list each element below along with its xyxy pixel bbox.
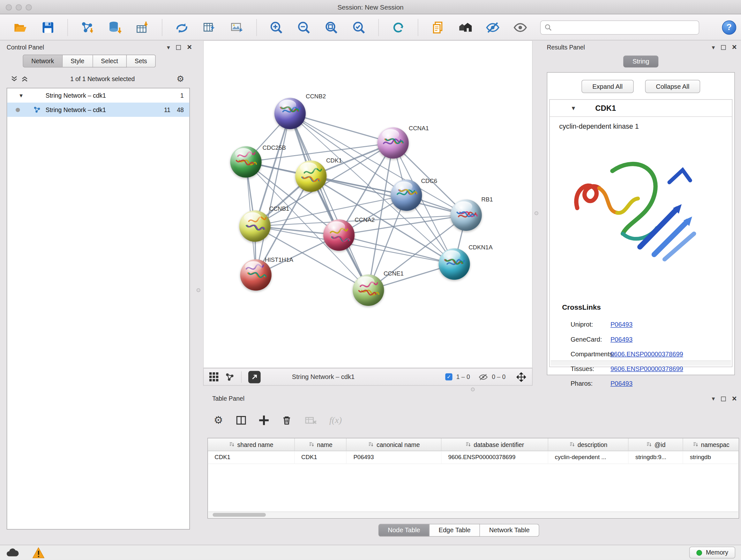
results-horizontal-scrollbar[interactable]	[551, 361, 731, 366]
network-node-CDKN1A[interactable]	[439, 248, 470, 280]
column-header-namespace[interactable]: namespac	[683, 438, 739, 451]
tab-style[interactable]: Style	[63, 55, 93, 67]
results-panel-maximize-icon[interactable]	[721, 45, 726, 50]
network-node-CDC6[interactable]	[391, 179, 422, 211]
tab-network[interactable]: Network	[23, 55, 62, 67]
crosslink-genecard-link[interactable]: P06493	[610, 336, 632, 343]
search-input[interactable]	[540, 20, 699, 35]
memory-button[interactable]: Memory	[689, 547, 735, 558]
export-image-button[interactable]	[229, 19, 245, 36]
export-network-button[interactable]	[174, 19, 190, 36]
cell-database-identifier[interactable]: 9606.ENSP00000378699	[442, 451, 548, 463]
import-network-button[interactable]	[79, 19, 95, 36]
network-node-CCNA1[interactable]	[378, 127, 409, 159]
control-panel-close-icon[interactable]: ×	[187, 43, 192, 51]
scrollbar-thumb[interactable]	[212, 513, 266, 517]
network-edge[interactable]	[290, 114, 393, 143]
add-column-icon[interactable]	[259, 416, 269, 425]
tab-select[interactable]: Select	[93, 55, 127, 67]
disclosure-triangle-icon[interactable]: ▼	[18, 92, 23, 98]
close-window-button[interactable]	[6, 4, 12, 10]
copy-button[interactable]	[429, 19, 446, 36]
refresh-button[interactable]	[390, 19, 407, 36]
table-panel-maximize-icon[interactable]	[721, 396, 726, 401]
network-edge[interactable]	[256, 114, 290, 275]
crosslink-pharos-link[interactable]: P06493	[610, 380, 632, 387]
control-panel-maximize-icon[interactable]	[176, 45, 181, 50]
crosslink-uniprot-link[interactable]: P06493	[610, 321, 632, 328]
column-header-database-identifier[interactable]: database identifier	[442, 438, 548, 451]
cell-shared-name[interactable]: CDK1	[208, 451, 295, 463]
cell-canonical-name[interactable]: P06493	[347, 451, 442, 463]
vertical-splitter-handle[interactable]	[197, 288, 200, 292]
column-header-name[interactable]: name	[294, 438, 347, 451]
pan-move-icon[interactable]	[516, 372, 527, 382]
cell-namespace[interactable]: stringdb	[683, 451, 739, 463]
tab-sets[interactable]: Sets	[127, 55, 156, 67]
network-edge[interactable]	[290, 114, 368, 290]
network-edge[interactable]	[311, 176, 466, 215]
tab-node-table[interactable]: Node Table	[379, 524, 430, 537]
column-header-canonical-name[interactable]: canonical name	[347, 438, 442, 451]
save-session-button[interactable]	[40, 19, 56, 36]
cloud-icon[interactable]	[6, 547, 20, 558]
cdk1-entry-header[interactable]: ▼ CDK1	[550, 100, 732, 117]
cell-name[interactable]: CDK1	[294, 451, 347, 463]
table-panel-float-icon[interactable]: ▾	[712, 395, 715, 401]
network-node-HIST1H1A[interactable]	[240, 259, 272, 291]
open-in-new-window-button[interactable]	[248, 371, 261, 383]
grid-view-icon[interactable]	[209, 372, 218, 381]
minimize-window-button[interactable]	[16, 4, 22, 10]
trash-icon[interactable]	[281, 415, 292, 426]
show-all-button[interactable]	[512, 19, 529, 36]
control-panel-float-icon[interactable]: ▾	[167, 44, 170, 50]
table-row[interactable]: CDK1 CDK1 P06493 9606.ENSP00000378699 cy…	[208, 451, 739, 464]
expand-all-button[interactable]: Expand All	[582, 80, 633, 93]
help-button[interactable]: ?	[722, 20, 736, 35]
warning-icon[interactable]	[32, 547, 45, 558]
network-row[interactable]: String Network – cdk1 11 48	[7, 103, 189, 117]
show-columns-icon[interactable]	[235, 415, 247, 426]
entry-disclosure-icon[interactable]: ▼	[570, 105, 576, 111]
network-node-CCNE1[interactable]	[353, 274, 384, 306]
crosslink-tissues-link[interactable]: 9606.ENSP00000378699	[610, 365, 683, 372]
vertical-splitter-handle[interactable]	[535, 211, 538, 215]
column-header-description[interactable]: description	[548, 438, 629, 451]
network-node-CCNA2[interactable]	[323, 219, 354, 251]
open-session-button[interactable]	[12, 19, 29, 36]
expand-all-icon[interactable]	[21, 75, 28, 83]
network-node-RB1[interactable]	[451, 199, 482, 231]
import-database-button[interactable]	[107, 19, 123, 36]
network-node-CCNB2[interactable]	[274, 98, 306, 129]
zoom-out-button[interactable]	[296, 19, 312, 36]
home-button[interactable]	[457, 19, 473, 36]
network-node-CCNB1[interactable]	[239, 210, 271, 242]
table-settings-gear-icon[interactable]: ⚙	[213, 415, 223, 426]
column-header-shared-name[interactable]: shared name	[208, 438, 295, 451]
results-panel-close-icon[interactable]: ×	[732, 43, 737, 51]
collapse-all-icon[interactable]	[10, 75, 18, 83]
tab-edge-table[interactable]: Edge Table	[429, 524, 480, 537]
table-horizontal-scrollbar[interactable]	[208, 511, 738, 517]
results-tab-string[interactable]: String	[623, 56, 658, 67]
network-collection-row[interactable]: ▼ String Network – cdk1 1	[7, 88, 189, 103]
table-panel-close-icon[interactable]: ×	[732, 395, 737, 402]
network-node-CDC25B[interactable]	[230, 146, 261, 178]
zoom-selected-button[interactable]	[351, 19, 367, 36]
network-node-CDK1[interactable]	[295, 161, 327, 192]
cell-id[interactable]: stringdb:9...	[629, 451, 683, 463]
results-panel-float-icon[interactable]: ▾	[712, 44, 715, 50]
import-table-button[interactable]	[134, 19, 151, 36]
maximize-window-button[interactable]	[25, 4, 31, 10]
zoom-in-button[interactable]	[268, 19, 284, 36]
zoom-fit-button[interactable]	[323, 19, 340, 36]
gear-icon[interactable]: ⚙	[177, 75, 184, 83]
export-table-button[interactable]	[201, 19, 218, 36]
tab-network-table[interactable]: Network Table	[480, 524, 539, 537]
selected-checkbox-icon[interactable]: ✓	[446, 373, 453, 380]
collapse-all-button[interactable]: Collapse All	[645, 80, 700, 93]
cell-description[interactable]: cyclin-dependent ...	[548, 451, 629, 463]
crosslink-compartments-link[interactable]: 9606.ENSP00000378699	[610, 351, 683, 358]
network-canvas[interactable]: CCNB2CCNA1CDC25BCDK1CDC6RB1CCNB1CCNA2CDK…	[203, 40, 533, 368]
network-overview-icon[interactable]	[225, 372, 234, 381]
